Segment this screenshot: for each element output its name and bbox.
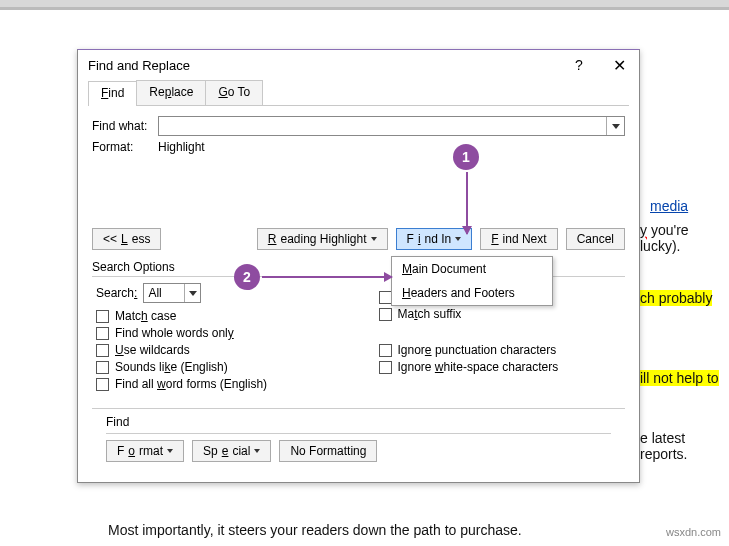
no-formatting-button[interactable]: No Formatting [279,440,377,462]
dialog-title: Find and Replace [88,58,559,73]
find-next-button[interactable]: Find Next [480,228,557,250]
chevron-down-icon [184,284,200,302]
format-value: Highlight [158,140,205,154]
doc-link-media[interactable]: media [650,198,688,214]
search-direction-value: All [148,286,161,300]
app-ribbon-strip [0,0,729,10]
find-what-dropdown-icon[interactable] [606,117,624,135]
whole-words-checkbox[interactable]: Find whole words only [96,326,339,340]
help-button[interactable]: ? [559,50,599,80]
find-what-input[interactable] [158,116,625,136]
special-button[interactable]: Special [192,440,271,462]
find-replace-dialog: Find and Replace ? ✕ Find Replace Go To … [77,49,640,483]
format-button[interactable]: Format [106,440,184,462]
search-direction-select[interactable]: All [143,283,201,303]
sounds-like-checkbox[interactable]: Sounds like (English) [96,360,339,374]
find-in-main-document[interactable]: Main Document [392,257,552,281]
tab-goto[interactable]: Go To [205,80,263,105]
arrow-2 [262,276,392,278]
callout-2: 2 [234,264,260,290]
ignore-ws-checkbox[interactable]: Ignore white-space characters [379,360,622,374]
format-label: Format: [92,140,158,154]
cancel-button[interactable]: Cancel [566,228,625,250]
find-in-dropdown: Main Document Headers and Footers [391,256,553,306]
close-button[interactable]: ✕ [599,50,639,80]
arrow-1 [466,172,468,234]
less-button[interactable]: << Less [92,228,161,250]
tab-replace[interactable]: Replace [136,80,206,105]
doc-fragment-4: e latest reports. [640,430,729,462]
find-in-button[interactable]: Find In [396,228,473,250]
wildcards-checkbox[interactable]: Use wildcards [96,343,339,357]
reading-highlight-button[interactable]: Reading Highlight [257,228,388,250]
watermark: wsxdn.com [666,526,721,538]
match-case-checkbox[interactable]: Match case [96,309,339,323]
callout-1: 1 [453,144,479,170]
doc-fragment-3: ill not help to [640,370,719,386]
find-what-label: Find what: [92,119,158,133]
doc-fragment-1: y you're lucky). [640,222,729,254]
find-in-headers-footers[interactable]: Headers and Footers [392,281,552,305]
ignore-punct-checkbox[interactable]: Ignore punctuation characters [379,343,622,357]
search-direction-label: Search: [96,286,137,300]
tab-row: Find Replace Go To [88,80,629,106]
find-section-label: Find [106,415,611,429]
doc-fragment-5: Most importantly, it steers your readers… [108,522,522,538]
tab-find[interactable]: Find [88,81,137,106]
match-suffix-checkbox[interactable]: Match suffix [379,307,622,321]
dialog-titlebar[interactable]: Find and Replace ? ✕ [78,50,639,80]
word-forms-checkbox[interactable]: Find all word forms (English) [96,377,339,391]
